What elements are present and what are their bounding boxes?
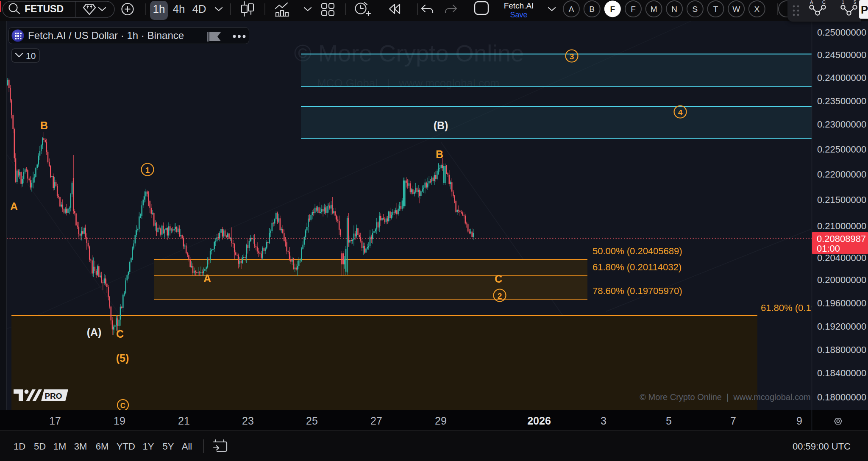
svg-text:0.23500000: 0.23500000: [817, 96, 866, 106]
svg-text:F: F: [610, 5, 615, 14]
svg-text:0.20808987: 0.20808987: [817, 233, 866, 244]
svg-text:0.22000000: 0.22000000: [817, 169, 866, 180]
svg-text:27: 27: [370, 415, 382, 427]
svg-text:1M: 1M: [53, 441, 67, 452]
svg-text:(5): (5): [116, 352, 129, 364]
svg-text:C: C: [495, 273, 502, 285]
svg-text:25: 25: [306, 415, 318, 427]
svg-text:C: C: [116, 328, 124, 340]
svg-text:4: 4: [678, 108, 683, 117]
svg-text:FETUSD: FETUSD: [25, 3, 64, 14]
svg-text:3M: 3M: [74, 441, 87, 452]
svg-text:10: 10: [26, 51, 36, 61]
svg-text:Fetch.AI / US Dollar · 1h · Bi: Fetch.AI / US Dollar · 1h · Binance: [28, 30, 184, 41]
svg-text:3: 3: [601, 415, 606, 427]
svg-text:A: A: [203, 272, 211, 284]
svg-text:21: 21: [178, 415, 190, 427]
svg-text:S: S: [693, 5, 698, 14]
svg-text:YTD: YTD: [117, 441, 135, 452]
svg-text:0.21500000: 0.21500000: [817, 194, 866, 205]
svg-text:0.18000000: 0.18000000: [817, 392, 866, 403]
svg-text:(A): (A): [87, 326, 102, 338]
svg-text:6M: 6M: [96, 441, 109, 452]
svg-text:M: M: [651, 5, 657, 14]
svg-text:00:59:00 UTC: 00:59:00 UTC: [793, 441, 851, 452]
svg-text:0.19600000: 0.19600000: [817, 298, 866, 308]
svg-text:X: X: [754, 5, 760, 14]
svg-text:All: All: [182, 441, 192, 452]
svg-text:4D: 4D: [192, 3, 206, 15]
svg-text:N: N: [671, 5, 677, 14]
svg-text:0.25000000: 0.25000000: [817, 27, 866, 38]
svg-text:0.22500000: 0.22500000: [817, 144, 866, 155]
svg-text:78.60% (0.19705970): 78.60% (0.19705970): [593, 286, 682, 296]
svg-text:0.18800000: 0.18800000: [817, 344, 866, 355]
svg-text:W: W: [732, 5, 740, 14]
svg-text:T: T: [713, 5, 718, 14]
svg-text:50.00% (0.20405689): 50.00% (0.20405689): [593, 246, 682, 256]
svg-text:5: 5: [854, 0, 856, 5]
svg-text:A: A: [569, 5, 574, 14]
svg-text:1: 1: [842, 0, 844, 5]
svg-text:0.23000000: 0.23000000: [817, 119, 866, 130]
svg-text:0.20000000: 0.20000000: [817, 275, 866, 285]
svg-text:Save: Save: [510, 11, 527, 19]
svg-text:2026: 2026: [527, 415, 551, 427]
svg-text:(B): (B): [434, 119, 448, 131]
svg-text:01:00: 01:00: [817, 243, 840, 254]
svg-text:4h: 4h: [173, 3, 185, 15]
svg-text:5Y: 5Y: [163, 441, 174, 452]
svg-text:61.80% (0.19: 61.80% (0.19: [761, 303, 816, 313]
svg-text:F: F: [631, 5, 636, 14]
svg-text:0.21000000: 0.21000000: [817, 221, 866, 231]
svg-text:0.19200000: 0.19200000: [817, 321, 866, 332]
svg-text:2: 2: [498, 292, 502, 300]
svg-text:PRO: PRO: [45, 392, 62, 400]
svg-text:0.18400000: 0.18400000: [817, 368, 866, 378]
svg-text:1h: 1h: [153, 3, 165, 15]
svg-text:9: 9: [796, 415, 802, 427]
svg-text:0.24000000: 0.24000000: [817, 72, 866, 83]
svg-text:0.24500000: 0.24500000: [817, 50, 866, 60]
svg-text:1: 1: [145, 166, 150, 175]
svg-text:C: C: [822, 0, 826, 5]
svg-text:1D: 1D: [14, 441, 25, 452]
svg-text:© More Crypto Online | www.m: © More Crypto Online | www.mcoglobal.com: [640, 392, 810, 402]
svg-text:A: A: [10, 200, 18, 212]
svg-text:5D: 5D: [34, 441, 46, 452]
svg-text:29: 29: [435, 415, 447, 427]
svg-text:7: 7: [730, 415, 736, 427]
svg-text:3: 3: [570, 52, 574, 61]
svg-text:1Y: 1Y: [143, 441, 154, 452]
svg-text:Fetch.AI: Fetch.AI: [504, 1, 534, 10]
svg-text:C: C: [120, 402, 125, 410]
svg-text:19: 19: [114, 415, 125, 427]
svg-text:17: 17: [49, 415, 61, 427]
svg-text:23: 23: [242, 415, 254, 427]
svg-text:B: B: [589, 5, 595, 14]
svg-text:B: B: [40, 119, 48, 131]
svg-text:B: B: [436, 148, 443, 160]
svg-text:61.80% (0.20114032): 61.80% (0.20114032): [593, 262, 682, 272]
svg-text:5: 5: [666, 415, 672, 427]
svg-text:A: A: [810, 0, 813, 5]
